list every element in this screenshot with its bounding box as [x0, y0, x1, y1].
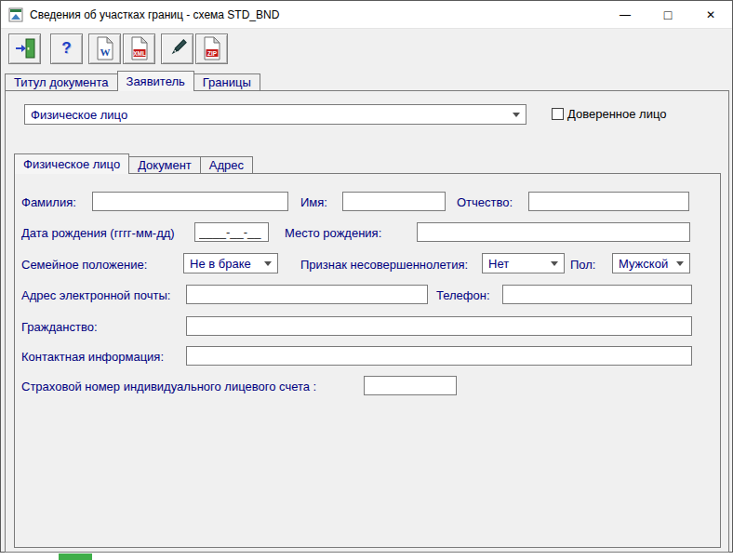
dialog-window: Сведения об участках границ - схема STD_…: [0, 0, 733, 553]
birthplace-label: Место рождения:: [285, 226, 381, 240]
marital-value: Не в браке: [184, 257, 259, 271]
xml-doc-icon: XML: [129, 36, 150, 60]
door-exit-icon: [14, 37, 36, 60]
contact-info-input[interactable]: [186, 346, 692, 366]
tab-zayavitel[interactable]: Заявитель: [117, 71, 194, 91]
minor-value: Нет: [483, 257, 545, 271]
tab-titul-dokumenta[interactable]: Титул документа: [5, 73, 118, 91]
minor-select[interactable]: Нет: [482, 253, 565, 273]
window-title: Сведения об участках границ - схема STD_…: [30, 8, 279, 21]
app-icon: [8, 7, 23, 22]
gender-select[interactable]: Мужской: [612, 253, 690, 273]
chevron-down-icon: [551, 261, 558, 266]
minor-label: Признак несовершеннолетия:: [300, 258, 468, 272]
firstname-input[interactable]: [342, 192, 446, 211]
close-button[interactable]: ✕: [689, 1, 732, 28]
snils-input[interactable]: [364, 376, 457, 395]
lastname-label: Фамилия:: [21, 195, 76, 209]
chevron-down-icon: [676, 261, 684, 266]
export-xml-button[interactable]: XML: [123, 33, 155, 64]
subtab-adres[interactable]: Адрес: [200, 156, 253, 174]
birthdate-label: Дата рождения (гггг-мм-дд): [21, 226, 175, 240]
subtab-dokument[interactable]: Документ: [128, 156, 201, 174]
zip-doc-icon: ZIP: [202, 36, 222, 60]
phone-input[interactable]: [502, 285, 692, 304]
contact-info-label: Контактная информация:: [21, 350, 164, 364]
zip-badge: ZIP: [207, 50, 217, 57]
gender-value: Мужской: [613, 257, 671, 271]
maximize-button[interactable]: □: [646, 1, 689, 28]
lastname-input[interactable]: [92, 192, 288, 211]
middlename-input[interactable]: [528, 192, 689, 211]
birthdate-input[interactable]: [194, 222, 269, 242]
trusted-person-checkbox[interactable]: [552, 108, 564, 120]
window-controls: — □ ✕: [604, 1, 732, 28]
firstname-label: Имя:: [300, 195, 327, 209]
background-green-fragment: [59, 553, 92, 560]
citizenship-label: Гражданство:: [21, 320, 98, 334]
chevron-down-icon: [264, 261, 272, 266]
applicant-type-value: Физическое лицо: [25, 108, 507, 122]
inner-tabbar: Физическое лицо Документ Адрес: [14, 153, 252, 174]
gender-label: Пол:: [570, 258, 596, 272]
word-badge: W: [100, 47, 110, 58]
email-input[interactable]: [186, 285, 428, 304]
help-button[interactable]: ?: [50, 33, 83, 64]
snils-label: Страховой номер индивидуального лицевого…: [21, 380, 316, 393]
chevron-down-icon: [513, 113, 520, 117]
citizenship-input[interactable]: [186, 316, 692, 336]
question-icon: ?: [61, 39, 71, 58]
marital-label: Семейное положение:: [21, 258, 147, 272]
sign-button[interactable]: [161, 33, 193, 64]
main-tabbar: Титул документа Заявитель Границы: [5, 71, 260, 91]
export-word-button[interactable]: W: [88, 33, 121, 64]
subtab-fizicheskoe-litso[interactable]: Физическое лицо: [14, 153, 129, 174]
phone-label: Телефон:: [436, 288, 490, 302]
xml-badge: XML: [133, 50, 146, 57]
exit-button[interactable]: [8, 33, 41, 64]
trusted-person-label: Доверенное лицо: [567, 107, 666, 121]
pen-icon: [167, 37, 189, 60]
toolbar: ? W XML: [1, 30, 732, 67]
word-doc-icon: W: [95, 36, 115, 60]
middlename-label: Отчество:: [457, 195, 513, 209]
title-bar[interactable]: Сведения об участках границ - схема STD_…: [1, 1, 732, 29]
minimize-button[interactable]: —: [604, 1, 646, 28]
birthplace-input[interactable]: [417, 222, 690, 242]
email-label: Адрес электронной почты:: [21, 288, 170, 302]
tab-granitsy[interactable]: Границы: [193, 73, 260, 91]
marital-select[interactable]: Не в браке: [183, 253, 278, 273]
applicant-type-select[interactable]: Физическое лицо: [24, 104, 526, 125]
export-zip-button[interactable]: ZIP: [195, 33, 228, 64]
